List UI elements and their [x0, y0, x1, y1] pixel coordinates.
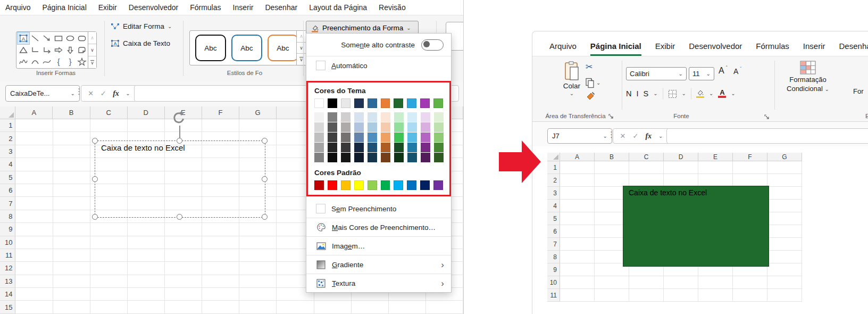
- shape-triangle-icon[interactable]: [18, 44, 29, 56]
- cell[interactable]: [352, 301, 389, 313]
- cell[interactable]: [15, 184, 53, 197]
- row-header-5[interactable]: 5: [0, 171, 15, 184]
- column-header-A[interactable]: A: [15, 106, 53, 119]
- cell[interactable]: [15, 171, 53, 184]
- cell[interactable]: [15, 288, 53, 301]
- row-header-8[interactable]: 8: [0, 210, 15, 223]
- standard-color-swatch[interactable]: [407, 180, 416, 190]
- cell[interactable]: [664, 174, 698, 187]
- row-header-14[interactable]: 14: [0, 288, 15, 301]
- cell[interactable]: [15, 262, 53, 275]
- cell[interactable]: [629, 161, 664, 174]
- theme-variant-swatch[interactable]: [314, 122, 324, 132]
- scroll-down-icon[interactable]: ∨: [88, 44, 96, 56]
- cell[interactable]: [277, 301, 314, 313]
- cell[interactable]: [128, 249, 165, 262]
- cell[interactable]: [165, 249, 202, 262]
- gradient-option[interactable]: Gradiente ›: [306, 255, 451, 274]
- theme-variant-swatch[interactable]: [354, 153, 364, 162]
- cell[interactable]: [560, 276, 595, 289]
- cell[interactable]: [15, 236, 53, 249]
- name-box[interactable]: J7 ⌄: [547, 128, 612, 144]
- theme-variant-swatch[interactable]: [341, 112, 350, 122]
- cell[interactable]: [767, 263, 802, 276]
- theme-variant-swatch[interactable]: [354, 133, 364, 142]
- cell[interactable]: [733, 289, 767, 302]
- cell[interactable]: [128, 236, 165, 249]
- theme-color-swatch[interactable]: [420, 98, 430, 108]
- cell[interactable]: [698, 289, 733, 302]
- cell[interactable]: [733, 174, 767, 187]
- column-header-B[interactable]: B: [53, 106, 90, 119]
- font-name-select[interactable]: Calibri ⌄: [626, 67, 687, 80]
- row-header-4[interactable]: 4: [547, 200, 560, 212]
- theme-variant-swatch[interactable]: [407, 112, 417, 122]
- cell[interactable]: [629, 289, 664, 302]
- column-header-E[interactable]: E: [698, 153, 733, 161]
- cell[interactable]: [560, 263, 595, 276]
- rotate-handle-icon[interactable]: [172, 111, 186, 125]
- cell[interactable]: [128, 119, 165, 132]
- cell[interactable]: [53, 171, 90, 184]
- cell[interactable]: [595, 161, 629, 174]
- cell[interactable]: [128, 223, 165, 236]
- shape-right-arrow-icon[interactable]: [53, 44, 64, 56]
- cell[interactable]: [767, 251, 802, 263]
- cell[interactable]: [733, 161, 767, 174]
- menu-tab-Desenvolvedor[interactable]: Desenvolvedor: [689, 42, 742, 56]
- font-color-button[interactable]: A: [718, 89, 726, 98]
- cell[interactable]: [165, 236, 202, 249]
- cell[interactable]: [560, 212, 595, 225]
- column-header-C[interactable]: C: [629, 153, 664, 161]
- cell[interactable]: [664, 289, 698, 302]
- scroll-up-icon[interactable]: ∧: [88, 32, 96, 44]
- theme-variant-swatch[interactable]: [314, 143, 324, 152]
- theme-variant-swatch[interactable]: [394, 112, 404, 122]
- cell[interactable]: [595, 276, 629, 289]
- text-box-button[interactable]: A Caixa de Texto: [107, 38, 173, 49]
- italic-button[interactable]: I: [636, 89, 638, 98]
- theme-variant-swatch[interactable]: [434, 133, 444, 142]
- cell[interactable]: [202, 262, 239, 275]
- column-header-F[interactable]: F: [202, 106, 239, 119]
- theme-variant-swatch[interactable]: [341, 122, 350, 132]
- shape-line-icon[interactable]: [29, 32, 41, 44]
- cell[interactable]: [767, 212, 802, 225]
- shape-scribble-icon[interactable]: [18, 56, 29, 68]
- picture-option[interactable]: Imagem…: [306, 237, 451, 255]
- theme-variant-swatch[interactable]: [341, 153, 350, 162]
- row-header-10[interactable]: 10: [547, 276, 560, 289]
- shape-elbow-arrow-icon[interactable]: [41, 44, 53, 56]
- menu-tab-Desenvolvedor[interactable]: Desenvolvedor: [129, 3, 178, 12]
- cell[interactable]: [15, 119, 53, 132]
- cell[interactable]: [90, 119, 128, 132]
- cell[interactable]: [15, 275, 53, 288]
- cell[interactable]: [767, 225, 802, 238]
- cell[interactable]: [202, 301, 239, 313]
- cell[interactable]: [15, 145, 53, 158]
- cell[interactable]: [128, 262, 165, 275]
- texture-option[interactable]: Textura ›: [306, 274, 451, 292]
- cell[interactable]: [53, 249, 90, 262]
- no-fill-option[interactable]: Sem Preenchimento: [306, 200, 451, 218]
- theme-variant-swatch[interactable]: [341, 133, 350, 142]
- theme-variant-swatch[interactable]: [328, 153, 337, 162]
- cell[interactable]: [128, 275, 165, 288]
- menu-tab-Arquivo[interactable]: Arquivo: [5, 3, 30, 12]
- cell[interactable]: [202, 249, 239, 262]
- shape-right-brace-icon[interactable]: }: [64, 56, 76, 68]
- cell[interactable]: [202, 236, 239, 249]
- theme-variant-swatch[interactable]: [354, 122, 364, 132]
- menu-tab-Inserir[interactable]: Inserir: [233, 3, 254, 12]
- cell[interactable]: [239, 301, 277, 313]
- cell[interactable]: [15, 158, 53, 171]
- format-painter-button[interactable]: [586, 92, 595, 101]
- cell[interactable]: [239, 236, 277, 249]
- theme-variant-swatch[interactable]: [314, 112, 324, 122]
- cell[interactable]: [560, 187, 595, 200]
- standard-color-swatch[interactable]: [394, 180, 403, 190]
- cell[interactable]: [560, 174, 595, 187]
- theme-variant-swatch[interactable]: [368, 153, 377, 162]
- cell[interactable]: [239, 262, 277, 275]
- theme-variant-swatch[interactable]: [354, 112, 364, 122]
